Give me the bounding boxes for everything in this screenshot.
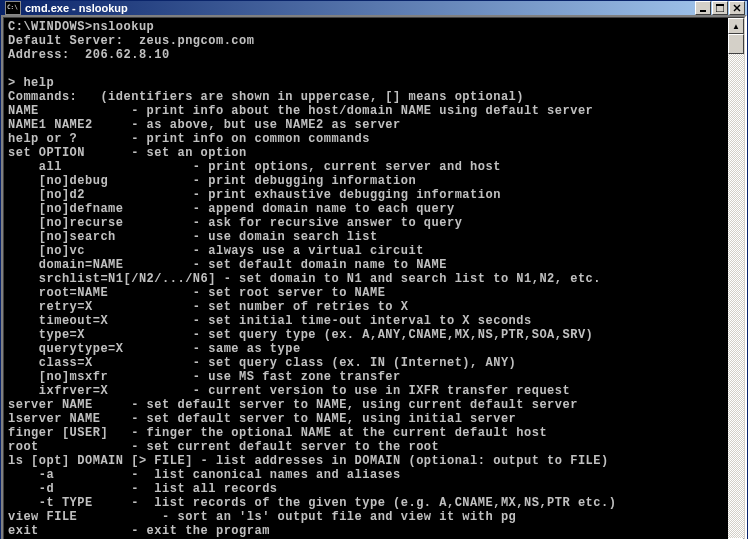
vertical-scrollbar[interactable]: ▲ ▼ [728,18,744,539]
titlebar[interactable]: cmd.exe - nslookup [1,1,747,15]
terminal-output[interactable]: C:\WINDOWS>nslookup Default Server: zeus… [4,18,728,539]
vertical-scroll-thumb[interactable] [728,34,744,54]
svg-rect-0 [700,10,706,12]
scroll-up-button[interactable]: ▲ [728,18,744,34]
cmd-icon [5,1,21,15]
window: cmd.exe - nslookup C:\WINDOWS>nslookup D… [0,0,748,539]
minimize-button[interactable] [695,1,711,15]
window-title: cmd.exe - nslookup [25,2,128,14]
close-button[interactable] [729,1,745,15]
title-left: cmd.exe - nslookup [3,1,128,15]
vertical-scroll-track[interactable] [728,34,744,538]
terminal-frame: C:\WINDOWS>nslookup Default Server: zeus… [1,15,747,539]
window-controls [695,1,745,15]
svg-rect-2 [716,4,724,6]
maximize-button[interactable] [712,1,728,15]
